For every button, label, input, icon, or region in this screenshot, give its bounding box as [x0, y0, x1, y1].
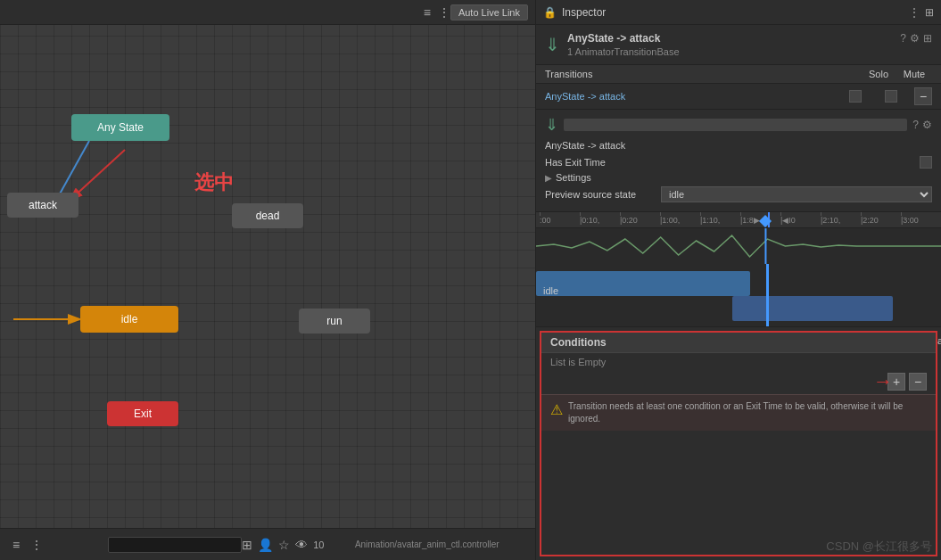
mute-checkbox-cell	[873, 90, 909, 103]
settings-label: Settings	[556, 172, 932, 183]
transition-icon: ⇓	[545, 34, 560, 55]
ruler-mark-1: |0:10,	[580, 216, 620, 225]
detail-transition-icon: ⇓	[545, 115, 558, 135]
attack-track-label: attack	[934, 334, 941, 348]
list-empty-label: List is Empty	[550, 357, 606, 367]
detail-settings-icon[interactable]: ⚙	[922, 119, 932, 131]
settings-row[interactable]: ▶ Settings	[545, 172, 932, 183]
layer-count: 10	[313, 539, 324, 550]
conditions-section: Conditions List is Empty → + − ⚠ Transit…	[540, 331, 937, 556]
bottom-more-icon[interactable]: ⋮	[30, 538, 43, 552]
lock-icon[interactable]: 🔒	[543, 6, 557, 19]
detail-bar	[564, 119, 907, 131]
remove-condition-button[interactable]: −	[909, 373, 927, 391]
timeline-tracks: idle attack	[536, 264, 941, 326]
inspector-title: Inspector	[562, 6, 904, 19]
timeline-ruler: :00 |0:10, |0:20 |1:00, |1:10, |1:8▶ |◀I…	[536, 212, 941, 228]
transitions-row[interactable]: AnyState -> attack −	[536, 84, 941, 109]
detail-help-icon[interactable]: ?	[912, 119, 919, 131]
ruler-mark-8: |2:20	[861, 216, 901, 225]
mute-col-header: Mute	[896, 69, 932, 79]
insp-right-icons: ? ⚙ ⊞	[900, 32, 932, 45]
attack-node[interactable]: attack	[7, 193, 78, 218]
mute-checkbox[interactable]	[885, 90, 897, 103]
idle-node[interactable]: idle	[80, 306, 178, 333]
idle-track: idle	[536, 271, 750, 296]
solo-checkbox-cell	[838, 90, 873, 103]
bottom-right: ⊞ 👤 ☆ 👁 10	[242, 538, 324, 552]
ruler-mark-4: |1:10,	[700, 216, 740, 225]
transitions-label: Transitions	[545, 69, 861, 79]
ruler-mark-3: |1:00,	[660, 216, 700, 225]
timeline-waveform	[536, 228, 941, 264]
preview-source-label: Preview source state	[545, 189, 661, 200]
animator-content: Any State attack dead idle run Exit 选中	[0, 25, 535, 528]
preview-source-dropdown[interactable]: idle attack dead run	[661, 186, 932, 202]
inspector-more-icon[interactable]: ⋮	[909, 6, 920, 19]
transition-text-block: AnyState -> attack 1 AnimatorTransitionB…	[567, 32, 893, 57]
animator-more-icon[interactable]: ⋮	[438, 5, 450, 20]
detail-name: AnyState -> attack	[545, 140, 932, 151]
svg-line-4	[71, 150, 125, 199]
detail-header: ⇓ ? ⚙	[545, 115, 932, 135]
settings-icon[interactable]: ⚙	[910, 32, 920, 45]
transition-info: ⇓ AnyState -> attack 1 AnimatorTransitio…	[536, 25, 941, 65]
timeline-playhead-line	[766, 264, 769, 326]
animator-toolbar: ≡ ⋮ Auto Live Link	[0, 0, 535, 25]
ruler-mark-0: :00	[540, 216, 580, 225]
conditions-title: Conditions	[550, 336, 607, 349]
run-node[interactable]: run	[299, 309, 370, 334]
exit-node[interactable]: Exit	[107, 401, 178, 426]
csdn-watermark: CSDN @长江很多号	[826, 539, 932, 555]
transition-name: AnyState -> attack	[567, 32, 893, 45]
transition-row-name: AnyState -> attack	[545, 91, 838, 102]
idle-track-label: idle	[540, 284, 562, 298]
timeline-section: :00 |0:10, |0:20 |1:00, |1:10, |1:8▶ |◀I…	[536, 212, 941, 327]
warning-text: Transition needs at least one condition …	[568, 400, 927, 425]
arrow-to-plus-icon: →	[873, 370, 893, 393]
warning-row: ⚠ Transition needs at least one conditio…	[541, 394, 936, 431]
bottom-menu-icon[interactable]: ≡	[12, 538, 20, 552]
has-exit-time-label: Has Exit Time	[545, 157, 920, 168]
conditions-header: Conditions	[541, 333, 936, 353]
eye-icon[interactable]: 👁	[295, 538, 308, 552]
ruler-markers: :00 |0:10, |0:20 |1:00, |1:10, |1:8▶ |◀I…	[540, 216, 941, 225]
animator-menu-icon[interactable]: ≡	[424, 5, 431, 20]
ruler-mark-9: |3:00	[901, 216, 941, 225]
remove-transition-button[interactable]: −	[914, 87, 932, 105]
dead-node[interactable]: dead	[232, 203, 303, 228]
person-icon[interactable]: 👤	[258, 538, 273, 552]
detail-right-icons: ? ⚙	[912, 119, 932, 131]
animator-bottom-bar: ≡ ⋮ ⊞ 👤 ☆ 👁 10 Animation/avatar_anim_ctl…	[0, 528, 535, 560]
exit-time-row: Has Exit Time	[545, 156, 932, 169]
solo-checkbox[interactable]	[849, 90, 862, 103]
bottom-path: Animation/avatar_anim_ctl.controller	[325, 539, 531, 549]
star-icon[interactable]: ☆	[278, 538, 290, 552]
ruler-mark-7: |2:10,	[821, 216, 861, 225]
search-input[interactable]	[108, 537, 242, 553]
warning-icon: ⚠	[550, 401, 563, 418]
auto-live-link-button[interactable]: Auto Live Link	[450, 4, 528, 21]
transitions-section: Transitions Solo Mute AnyState -> attack…	[536, 65, 941, 110]
inspector-grid-icon[interactable]: ⊞	[925, 6, 934, 19]
transition-sub: 1 AnimatorTransitionBase	[567, 46, 893, 57]
inspector-panel: 🔒 Inspector ⋮ ⊞ ⇓ AnyState -> attack 1 A…	[535, 0, 941, 560]
conditions-add-row: → + −	[541, 371, 936, 392]
inspector-header: 🔒 Inspector ⋮ ⊞	[536, 0, 941, 25]
layers-icon[interactable]: ⊞	[242, 538, 252, 552]
transition-detail: ⇓ ? ⚙ AnyState -> attack Has Exit Time ▶…	[536, 110, 941, 212]
conditions-body: List is Empty	[541, 353, 936, 371]
bottom-icons: ≡ ⋮	[5, 538, 108, 552]
help-icon[interactable]: ?	[900, 32, 906, 45]
any-state-node[interactable]: Any State	[71, 114, 169, 141]
arrows-svg	[0, 25, 535, 528]
solo-col-header: Solo	[861, 69, 896, 79]
select-label: 选中	[194, 169, 234, 196]
animator-panel: ≡ ⋮ Auto Live Link	[0, 0, 535, 560]
ruler-mark-2: |0:20	[620, 216, 660, 225]
ruler-mark-6: |◀I0	[780, 216, 821, 225]
attack-track: attack	[732, 296, 893, 321]
settings-triangle-icon: ▶	[545, 173, 552, 183]
exit-time-checkbox[interactable]	[920, 156, 932, 169]
grid-icon[interactable]: ⊞	[923, 32, 932, 45]
